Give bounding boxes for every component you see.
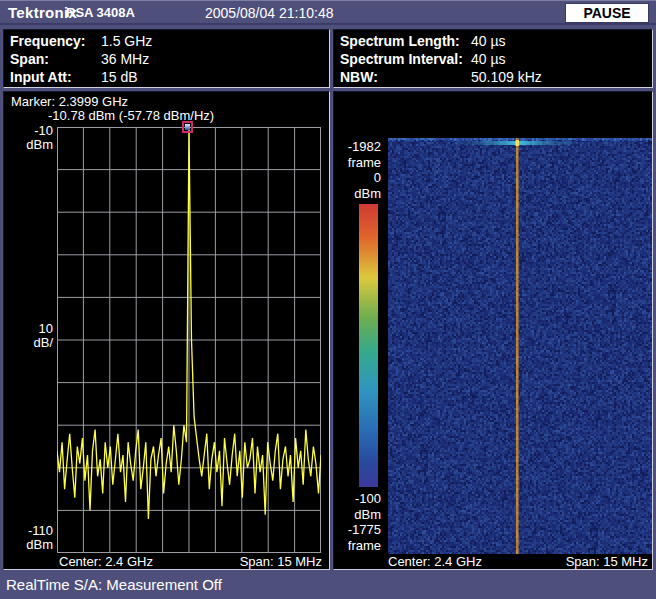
settings-panel-right: Spectrum Length: 40 µs Spectrum Interval… bbox=[333, 29, 653, 88]
status-bar: RealTime S/A: Measurement Off bbox=[0, 572, 656, 599]
bottom-level-unit: dBm bbox=[4, 538, 53, 552]
nbw-label: NBW: bbox=[340, 69, 378, 85]
bottom-frame-unit: frame bbox=[334, 538, 381, 554]
frequency-value: 1.5 GHz bbox=[101, 33, 152, 49]
model-number: RSA 3408A bbox=[66, 5, 135, 20]
datetime-display: 2005/08/04 21:10:48 bbox=[205, 5, 333, 21]
instrument-screen: Tektronix RSA 3408A 2005/08/04 21:10:48 … bbox=[0, 0, 656, 599]
bottom-level-label: -110 dBm bbox=[4, 524, 53, 552]
spectrum-graph bbox=[57, 127, 321, 553]
ref-level-value: -10 bbox=[4, 124, 53, 138]
title-bar: Tektronix RSA 3408A 2005/08/04 21:10:48 … bbox=[0, 0, 656, 23]
spectrum-panel: Marker: 2.3999 GHz -10.78 dBm (-57.78 dB… bbox=[3, 91, 330, 570]
marker-frequency-readout: Marker: 2.3999 GHz bbox=[11, 94, 128, 109]
spectrum-center-label: Center: 2.4 GHz bbox=[59, 554, 153, 569]
marker-glyph-icon bbox=[185, 124, 190, 130]
ref-level-label: -10 dBm bbox=[4, 124, 53, 152]
settings-panel-left: Frequency: 1.5 GHz Span: 36 MHz Input At… bbox=[3, 29, 330, 88]
bottom-frame-value: -1775 bbox=[334, 522, 381, 538]
spectrogram-span-label: Span: 15 MHz bbox=[566, 554, 648, 569]
spectrogram-center-label: Center: 2.4 GHz bbox=[388, 554, 482, 569]
frequency-label: Frequency: bbox=[10, 33, 85, 49]
scale-max-value: 0 bbox=[334, 170, 381, 186]
spectrogram-top-scale-labels: -1982 frame 0 dBm bbox=[334, 139, 381, 201]
bottom-level-value: -110 bbox=[4, 524, 53, 538]
scale-min-unit: dBm bbox=[334, 507, 381, 523]
scale-max-unit: dBm bbox=[334, 186, 381, 202]
input-att-value: 15 dB bbox=[101, 69, 138, 85]
scale-per-div-label: 10 dB/ bbox=[4, 322, 53, 350]
nbw-value: 50.109 kHz bbox=[471, 69, 542, 85]
setting-row-span: Span: 36 MHz bbox=[4, 51, 329, 70]
pause-button[interactable]: PAUSE bbox=[565, 3, 649, 23]
spectrogram-panel: -1982 frame 0 dBm -100 dBm -1775 frame C… bbox=[333, 91, 653, 570]
spectrum-trace-svg bbox=[57, 127, 321, 553]
scale-min-value: -100 bbox=[334, 491, 381, 507]
spectrum-length-label: Spectrum Length: bbox=[340, 33, 460, 49]
top-frame-value: -1982 bbox=[334, 139, 381, 155]
titlebar-shadow bbox=[0, 23, 656, 25]
spectrum-span-label: Span: 15 MHz bbox=[240, 554, 322, 569]
spectrum-interval-label: Spectrum Interval: bbox=[340, 51, 463, 67]
scale-unit: dB/ bbox=[4, 336, 53, 350]
setting-row-input-att: Input Att: 15 dB bbox=[4, 69, 329, 88]
spectrogram-bottom-scale-labels: -100 dBm -1775 frame bbox=[334, 491, 381, 553]
scale-value: 10 bbox=[4, 322, 53, 336]
color-scale-bar bbox=[359, 204, 378, 487]
setting-row-frequency: Frequency: 1.5 GHz bbox=[4, 33, 329, 52]
setting-row-spectrum-interval: Spectrum Interval: 40 µs bbox=[334, 51, 652, 70]
ref-level-unit: dBm bbox=[4, 138, 53, 152]
setting-row-nbw: NBW: 50.109 kHz bbox=[334, 69, 652, 88]
span-value: 36 MHz bbox=[101, 51, 149, 67]
marker-box[interactable] bbox=[182, 121, 193, 133]
top-frame-unit: frame bbox=[334, 155, 381, 171]
setting-row-spectrum-length: Spectrum Length: 40 µs bbox=[334, 33, 652, 52]
input-att-label: Input Att: bbox=[10, 69, 72, 85]
spectrogram-canvas bbox=[388, 138, 652, 554]
span-label: Span: bbox=[10, 51, 49, 67]
spectrum-interval-value: 40 µs bbox=[471, 51, 506, 67]
spectrum-length-value: 40 µs bbox=[471, 33, 506, 49]
mode-status-text: RealTime S/A: Measurement Off bbox=[6, 576, 222, 593]
